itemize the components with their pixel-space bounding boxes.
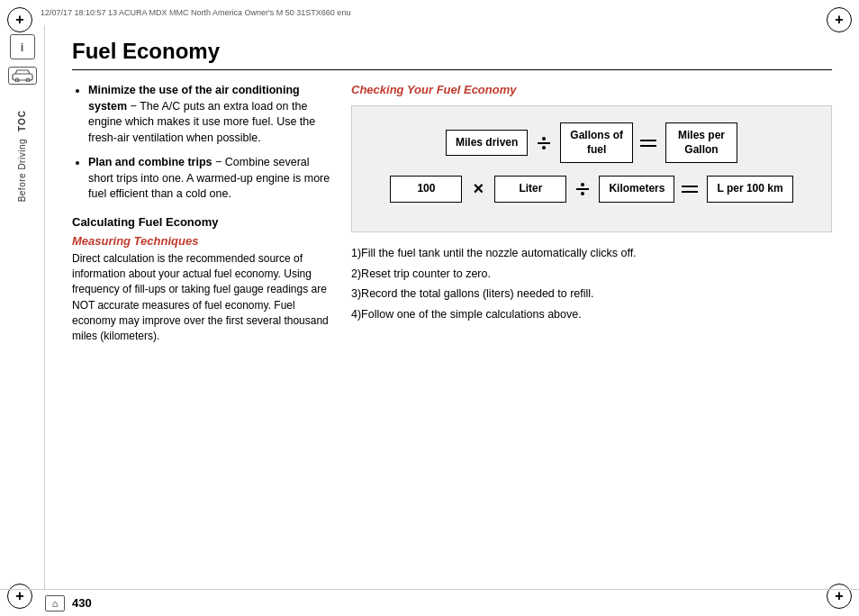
cell-l-per-100km: L per 100 km — [707, 176, 792, 203]
info-icon: i — [10, 34, 35, 59]
step-3: 3)Record the total gallons (liters) need… — [351, 285, 832, 303]
main-content: Fuel Economy Minimize the use of the air… — [45, 25, 859, 589]
left-column: Minimize the use of the air conditioning… — [72, 83, 333, 345]
step-4: 4)Follow one of the simple calculations … — [351, 306, 832, 323]
calc-heading: Calculating Fuel Economy — [72, 215, 333, 229]
top-bar: 12/07/17 18:10:57 13 ACURA MDX MMC North… — [0, 0, 859, 25]
op-equals-2 — [682, 186, 700, 193]
divide-symbol — [535, 137, 553, 149]
right-column: Checking Your Fuel Economy Miles driven — [351, 83, 832, 345]
steps-list: 1)Fill the fuel tank until the nozzle au… — [351, 245, 832, 323]
equals-symbol-1 — [640, 140, 658, 147]
equals-symbol-2 — [682, 186, 700, 193]
op-equals-1 — [640, 140, 658, 147]
car-icon — [8, 67, 37, 85]
formula-row-1: Miles driven Gallons offuel — [363, 122, 820, 163]
step-1: 1)Fill the fuel tank until the nozzle au… — [351, 245, 832, 262]
bullet-list: Minimize the use of the air conditioning… — [72, 83, 333, 203]
divide-symbol-2 — [574, 183, 592, 195]
line — [538, 142, 550, 144]
page-title: Fuel Economy — [72, 39, 832, 70]
left-sidebar: i TOC Before Driving — [0, 25, 45, 589]
section-heading: Checking Your Fuel Economy — [351, 83, 832, 96]
cell-gallons: Gallons offuel — [560, 122, 633, 163]
before-driving-label: Before Driving — [17, 139, 27, 202]
bullet-item-2: Plan and combine trips − Combine several… — [88, 155, 333, 203]
step-2: 2)Reset trip counter to zero. — [351, 266, 832, 283]
dot-bottom — [542, 146, 546, 149]
cell-miles-per-gallon: Miles perGallon — [665, 122, 737, 163]
diagram-box: Miles driven Gallons offuel — [351, 105, 832, 232]
cell-100: 100 — [390, 176, 462, 203]
cell-kilometers: Kilometers — [599, 176, 674, 203]
cell-miles-driven: Miles driven — [446, 130, 528, 157]
op-divide-1 — [535, 137, 553, 149]
dot-top — [542, 137, 546, 140]
measuring-heading: Measuring Techniques — [72, 234, 333, 248]
op-divide-2 — [574, 183, 592, 195]
line-2 — [576, 188, 589, 190]
bullet-item-1: Minimize the use of the air conditioning… — [88, 83, 333, 146]
content-columns: Minimize the use of the air conditioning… — [72, 83, 832, 345]
dot-top-2 — [581, 183, 584, 186]
top-bar-text: 12/07/17 18:10:57 13 ACURA MDX MMC North… — [41, 8, 350, 17]
cell-liter: Liter — [494, 176, 566, 203]
measuring-body: Direct calculation is the recommended so… — [72, 251, 333, 345]
dot-bottom-2 — [581, 192, 584, 195]
formula-row-2: 100 × Liter Kilometers — [363, 176, 820, 203]
bullet-2-bold: Plan and combine trips — [88, 156, 212, 168]
home-icon[interactable]: ⌂ — [45, 595, 65, 611]
page-number: 430 — [72, 596, 92, 610]
bottom-bar: ⌂ 430 — [0, 589, 859, 616]
toc-label: TOC — [17, 110, 27, 131]
op-times: × — [469, 178, 487, 199]
